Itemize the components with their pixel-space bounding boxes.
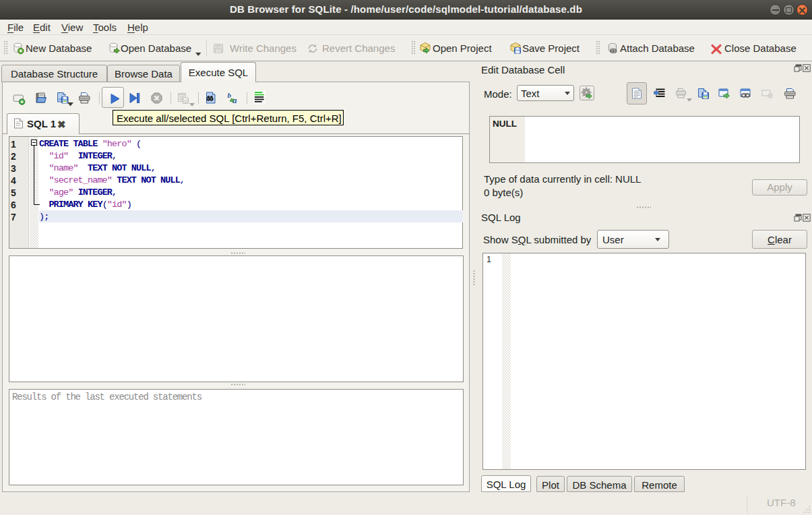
svg-text:b: b (228, 92, 232, 99)
